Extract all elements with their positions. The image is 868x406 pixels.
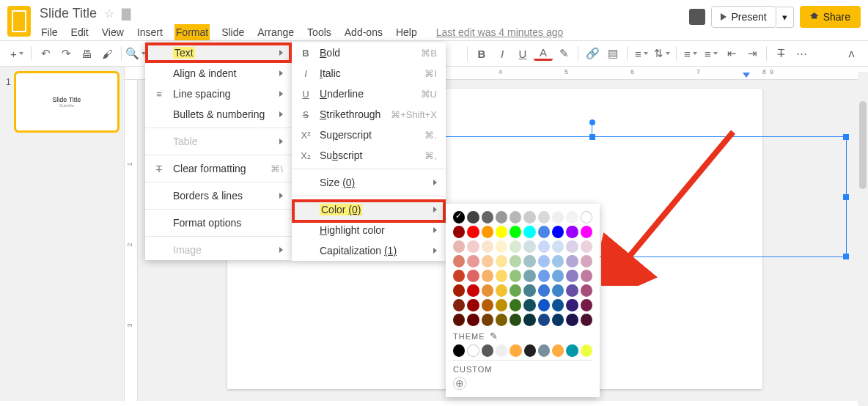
color-swatch[interactable] xyxy=(482,284,493,297)
collapse-toolbar-button[interactable]: ʌ xyxy=(842,44,861,63)
italic-button[interactable]: I xyxy=(493,44,512,63)
color-swatch[interactable] xyxy=(552,226,564,238)
format-text-item[interactable]: Text xyxy=(145,43,292,63)
color-swatch[interactable] xyxy=(581,299,592,311)
color-swatch[interactable] xyxy=(581,255,592,267)
color-swatch[interactable] xyxy=(552,299,564,311)
color-swatch[interactable] xyxy=(510,211,521,224)
new-slide-button[interactable]: + xyxy=(7,44,26,63)
color-swatch[interactable] xyxy=(566,255,578,267)
clear-format-button[interactable]: T̶ xyxy=(771,44,790,63)
color-swatch[interactable] xyxy=(581,226,592,238)
color-swatch[interactable] xyxy=(552,284,564,297)
color-swatch[interactable] xyxy=(566,284,578,297)
color-swatch[interactable] xyxy=(538,211,550,224)
color-swatch[interactable] xyxy=(581,240,592,253)
color-swatch[interactable] xyxy=(552,240,564,253)
more-button[interactable]: ⋯ xyxy=(792,44,811,63)
color-swatch[interactable] xyxy=(467,299,479,311)
color-swatch[interactable] xyxy=(467,314,479,326)
color-swatch[interactable] xyxy=(523,284,535,297)
color-swatch[interactable] xyxy=(523,299,535,311)
text-color-item[interactable]: Color (0) xyxy=(292,199,446,220)
color-swatch[interactable] xyxy=(581,211,592,224)
color-swatch[interactable] xyxy=(552,211,564,224)
color-swatch[interactable] xyxy=(496,299,507,311)
color-swatch[interactable] xyxy=(496,270,507,282)
color-swatch[interactable] xyxy=(538,299,550,311)
color-swatch[interactable] xyxy=(523,270,535,282)
color-swatch[interactable] xyxy=(510,284,521,297)
color-swatch[interactable] xyxy=(482,299,493,311)
present-dropdown[interactable]: ▾ xyxy=(776,7,794,28)
bold-button[interactable]: B xyxy=(472,44,491,63)
text-italic-item[interactable]: IItalic⌘I xyxy=(292,63,446,84)
color-swatch[interactable] xyxy=(538,240,550,253)
text-strike-item[interactable]: S̶Strikethrough⌘+Shift+X xyxy=(292,104,446,125)
color-swatch[interactable] xyxy=(538,344,550,357)
color-swatch[interactable] xyxy=(523,255,535,267)
slide-thumbnail[interactable]: 1 Slide Title Subtitle xyxy=(6,73,118,131)
color-swatch[interactable] xyxy=(453,344,465,357)
resize-handle[interactable] xyxy=(589,134,595,140)
text-sub-item[interactable]: X₂Subscript⌘, xyxy=(292,145,446,166)
redo-button[interactable]: ↷ xyxy=(56,44,76,63)
color-swatch[interactable] xyxy=(496,344,507,357)
color-swatch[interactable] xyxy=(524,344,536,357)
color-swatch[interactable] xyxy=(510,344,521,357)
color-swatch[interactable] xyxy=(538,284,550,297)
color-swatch[interactable] xyxy=(482,270,493,282)
rotate-handle[interactable] xyxy=(589,119,595,125)
color-swatch[interactable] xyxy=(482,240,493,253)
color-swatch[interactable] xyxy=(453,255,465,267)
color-swatch[interactable] xyxy=(467,284,479,297)
last-edit[interactable]: Last edit was 4 minutes ago xyxy=(436,26,564,38)
indent-increase-button[interactable]: ⇥ xyxy=(743,44,762,63)
color-swatch[interactable] xyxy=(453,314,465,326)
color-swatch[interactable] xyxy=(453,240,465,253)
bulleted-list-button[interactable]: ≡ xyxy=(702,44,721,63)
color-swatch[interactable] xyxy=(496,255,507,267)
color-swatch[interactable] xyxy=(552,255,564,267)
color-swatch[interactable] xyxy=(453,211,465,224)
color-swatch[interactable] xyxy=(467,270,479,282)
line-spacing-button[interactable]: ⇅ xyxy=(652,44,672,63)
comment-button[interactable]: ▤ xyxy=(603,44,622,63)
color-swatch[interactable] xyxy=(510,255,521,267)
print-button[interactable]: 🖶 xyxy=(77,44,96,63)
color-swatch[interactable] xyxy=(453,284,465,297)
color-swatch[interactable] xyxy=(453,270,465,282)
color-swatch[interactable] xyxy=(482,255,493,267)
color-swatch[interactable] xyxy=(566,344,578,357)
text-size-item[interactable]: Size (0) xyxy=(292,172,446,193)
color-swatch[interactable] xyxy=(566,240,578,253)
menu-insert[interactable]: Insert xyxy=(136,24,164,40)
format-align-item[interactable]: Align & indent xyxy=(145,63,292,84)
star-icon[interactable]: ☆ xyxy=(104,7,114,21)
menu-file[interactable]: File xyxy=(40,24,59,40)
color-swatch[interactable] xyxy=(538,255,550,267)
color-swatch[interactable] xyxy=(496,240,507,253)
menu-arrange[interactable]: Arrange xyxy=(256,24,295,40)
color-swatch[interactable] xyxy=(453,299,465,311)
color-swatch[interactable] xyxy=(566,270,578,282)
menu-help[interactable]: Help xyxy=(394,24,419,40)
color-swatch[interactable] xyxy=(467,226,479,238)
color-swatch[interactable] xyxy=(566,211,578,224)
color-swatch[interactable] xyxy=(552,270,564,282)
ruler-vertical[interactable]: 1 2 3 xyxy=(125,80,138,401)
menu-format[interactable]: Format xyxy=(174,24,210,40)
color-swatch[interactable] xyxy=(482,226,493,238)
format-linespacing-item[interactable]: ≡Line spacing xyxy=(145,84,292,104)
doc-title[interactable]: Slide Title xyxy=(40,6,97,21)
scroll-thumb[interactable] xyxy=(859,101,867,189)
color-swatch[interactable] xyxy=(482,344,493,357)
color-swatch[interactable] xyxy=(581,344,592,357)
text-bold-item[interactable]: BBold⌘B xyxy=(292,43,446,63)
color-swatch[interactable] xyxy=(523,211,535,224)
text-underline-item[interactable]: UUnderline⌘U xyxy=(292,84,446,104)
menu-slide[interactable]: Slide xyxy=(220,24,246,40)
scrollbar[interactable] xyxy=(858,72,868,406)
color-swatch[interactable] xyxy=(581,270,592,282)
color-swatch[interactable] xyxy=(496,314,507,326)
